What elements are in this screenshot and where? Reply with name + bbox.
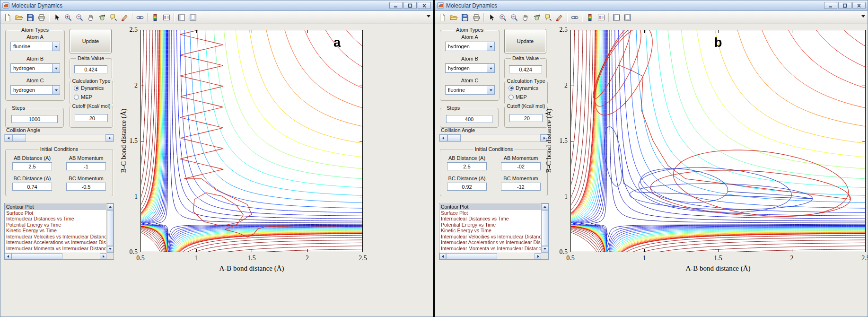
steps-field[interactable] xyxy=(11,115,58,123)
steps-field[interactable] xyxy=(446,115,492,123)
slider-left-button[interactable] xyxy=(5,134,13,141)
bc-momentum-field[interactable] xyxy=(66,183,106,191)
chevron-down-icon[interactable] xyxy=(487,64,494,72)
maximize-button[interactable] xyxy=(838,2,851,9)
list-hscrollbar[interactable] xyxy=(439,253,541,259)
link-plot-button[interactable] xyxy=(134,12,146,23)
vscroll-thumb[interactable] xyxy=(107,210,114,246)
insert-legend-button[interactable] xyxy=(161,12,172,23)
scroll-up-button[interactable] xyxy=(107,203,114,210)
insert-legend-button[interactable] xyxy=(596,12,607,23)
delta-value-field[interactable] xyxy=(509,65,542,73)
ab-momentum-field[interactable] xyxy=(66,162,106,170)
toolbar-overflow-icon[interactable] xyxy=(861,15,865,19)
update-button[interactable]: Update xyxy=(70,29,112,53)
hide-plot-tools-button[interactable] xyxy=(176,12,187,23)
list-item[interactable]: Internuclear Accelerations vs Internucle… xyxy=(5,239,106,246)
radio-mep[interactable]: MEP xyxy=(509,94,527,100)
plot-type-listbox[interactable]: Contour PlotSurface PlotInternuclear Dis… xyxy=(439,203,549,260)
cutoff-field[interactable] xyxy=(75,114,108,122)
new-figure-button[interactable] xyxy=(2,12,13,23)
insert-colorbar-button[interactable] xyxy=(149,12,161,23)
list-item[interactable]: Surface Plot xyxy=(440,210,541,216)
plot-type-listbox[interactable]: Contour PlotSurface PlotInternuclear Dis… xyxy=(4,203,114,260)
list-vscrollbar[interactable] xyxy=(541,203,548,253)
close-button[interactable] xyxy=(418,2,431,9)
list-item[interactable]: Internuclear Distances vs Time xyxy=(440,216,541,222)
list-item[interactable]: Potential Energy vs Time xyxy=(440,222,541,228)
link-plot-button[interactable] xyxy=(569,12,580,23)
print-button[interactable] xyxy=(471,12,482,23)
list-item[interactable]: Internuclear Momenta vs Internuclear Dis… xyxy=(5,246,106,252)
edit-plot-button[interactable] xyxy=(51,12,62,23)
hscroll-track[interactable] xyxy=(62,253,100,259)
chevron-down-icon[interactable] xyxy=(52,64,60,72)
titlebar[interactable]: Molecular Dynamics xyxy=(0,0,433,11)
radio-dynamics[interactable]: Dynamics xyxy=(509,85,538,91)
atom-b-select[interactable]: hydrogen xyxy=(10,63,60,73)
open-file-button[interactable] xyxy=(448,12,459,23)
collision-angle-slider[interactable] xyxy=(4,134,114,142)
save-button[interactable] xyxy=(459,12,471,23)
brush-button[interactable] xyxy=(119,12,131,23)
collision-angle-slider[interactable] xyxy=(439,134,549,142)
ab-momentum-field[interactable] xyxy=(501,162,541,170)
rotate-3d-button[interactable] xyxy=(96,12,108,23)
update-button[interactable]: Update xyxy=(504,29,546,53)
list-item[interactable]: Internuclear Momenta vs Internuclear Dis… xyxy=(440,246,541,252)
bc-distance-field[interactable] xyxy=(12,183,52,191)
toolbar-overflow-icon[interactable] xyxy=(427,15,430,19)
slider-left-button[interactable] xyxy=(439,134,447,141)
insert-colorbar-button[interactable] xyxy=(584,12,596,23)
show-plot-tools-button[interactable] xyxy=(622,12,633,23)
bc-distance-field[interactable] xyxy=(447,183,487,191)
minimize-button[interactable] xyxy=(389,2,403,9)
zoom-out-button[interactable] xyxy=(74,12,85,23)
list-item[interactable]: Contour Plot xyxy=(440,204,541,210)
atom-a-select[interactable]: fluorine xyxy=(10,42,60,51)
slider-right-button[interactable] xyxy=(105,134,114,141)
hscroll-thumb[interactable] xyxy=(11,253,62,259)
scroll-up-button[interactable] xyxy=(542,203,548,210)
chevron-down-icon[interactable] xyxy=(487,42,494,51)
radio-mep[interactable]: MEP xyxy=(74,94,92,100)
pan-button[interactable] xyxy=(520,12,531,23)
rotate-3d-button[interactable] xyxy=(531,12,543,23)
list-hscrollbar[interactable] xyxy=(5,253,106,259)
data-cursor-button[interactable] xyxy=(108,12,119,23)
print-button[interactable] xyxy=(36,12,47,23)
zoom-in-button[interactable] xyxy=(62,12,74,23)
atom-a-select[interactable]: hydrogen xyxy=(445,42,495,51)
close-button[interactable] xyxy=(852,2,866,9)
show-plot-tools-button[interactable] xyxy=(187,12,199,23)
hide-plot-tools-button[interactable] xyxy=(611,12,622,23)
delta-value-field[interactable] xyxy=(74,65,107,73)
zoom-in-button[interactable] xyxy=(497,12,509,23)
data-cursor-button[interactable] xyxy=(543,12,554,23)
brush-button[interactable] xyxy=(554,12,565,23)
list-item[interactable]: Contour Plot xyxy=(5,204,106,210)
scroll-right-button[interactable] xyxy=(535,253,541,259)
list-item[interactable]: Kinetic Energy vs Time xyxy=(440,228,541,234)
maximize-button[interactable] xyxy=(403,2,417,9)
slider-thumb[interactable] xyxy=(447,134,461,141)
minimize-button[interactable] xyxy=(824,2,837,9)
chevron-down-icon[interactable] xyxy=(487,86,494,94)
atom-b-select[interactable]: hydrogen xyxy=(445,63,495,73)
chevron-down-icon[interactable] xyxy=(52,86,60,94)
bc-momentum-field[interactable] xyxy=(501,183,541,191)
scroll-down-button[interactable] xyxy=(542,246,548,253)
scroll-left-button[interactable] xyxy=(5,253,11,259)
slider-track[interactable] xyxy=(461,134,540,141)
pan-button[interactable] xyxy=(85,12,96,23)
edit-plot-button[interactable] xyxy=(486,12,497,23)
atom-c-select[interactable]: fluorine xyxy=(445,85,495,95)
ab-distance-field[interactable] xyxy=(12,162,52,170)
list-vscrollbar[interactable] xyxy=(106,203,114,253)
scroll-right-button[interactable] xyxy=(100,253,106,259)
list-item[interactable]: Internuclear Distances vs Time xyxy=(5,216,106,222)
vscroll-thumb[interactable] xyxy=(542,210,548,246)
save-button[interactable] xyxy=(25,12,36,23)
cutoff-field[interactable] xyxy=(509,114,543,122)
new-figure-button[interactable] xyxy=(437,12,448,23)
